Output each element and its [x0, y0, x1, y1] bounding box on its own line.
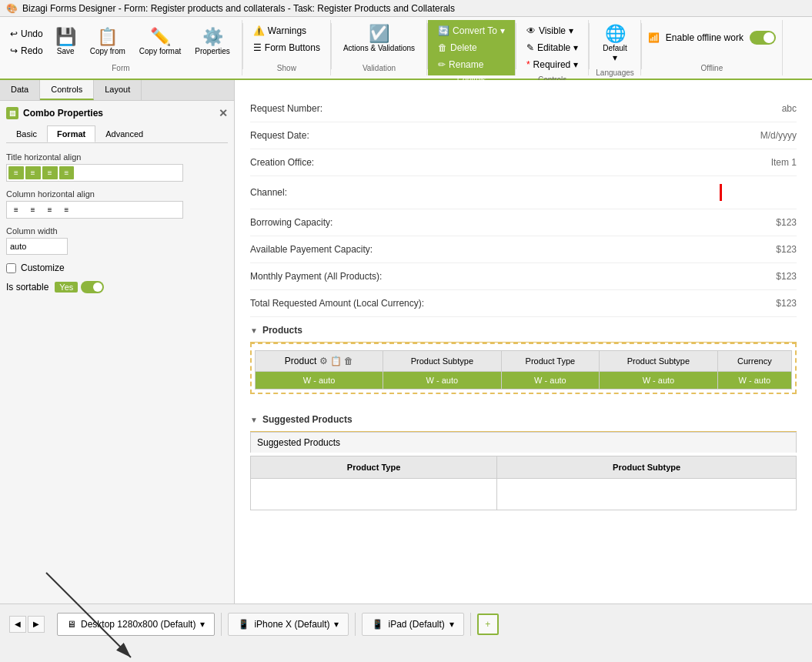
suggested-section-header: ▼ Suggested Products	[250, 406, 797, 432]
copy-from-button[interactable]: 📋 Copy from	[85, 26, 131, 58]
creation-office-value: Item 1	[771, 157, 797, 168]
undo-button[interactable]: ↩ Undo	[6, 26, 47, 42]
title-align-label: Title horizontal align	[6, 152, 228, 162]
editable-button[interactable]: ✎ Editable ▾	[523, 40, 582, 55]
required-icon: *	[526, 59, 530, 70]
device-separator-3	[470, 613, 471, 636]
undo-icon: ↩	[10, 28, 18, 39]
col-align-center-btn[interactable]: ≡	[25, 203, 41, 216]
rename-icon: ✏	[438, 59, 446, 70]
products-chevron-icon: ▼	[250, 326, 258, 335]
actions-validations-button[interactable]: ☑️ Actions & Validations	[338, 23, 420, 55]
device-iphone-button[interactable]: 📱 iPhone X (Default) ▾	[228, 613, 349, 636]
sub-tab-advanced[interactable]: Advanced	[95, 125, 153, 142]
offline-toggle[interactable]	[750, 31, 776, 45]
copy-from-icon: 📋	[97, 28, 118, 45]
request-number-label: Request Number:	[250, 103, 481, 114]
panel-tabs: Data Controls Layout	[0, 80, 234, 101]
yes-toggle: Yes	[55, 281, 104, 293]
product-row-active: W - auto W - auto W - auto W - auto W - …	[256, 372, 792, 390]
product-col-header: Product ⚙ 📋 🗑	[256, 351, 383, 372]
column-align-field: Column horizontal align ≡ ≡ ≡ ≡	[6, 189, 228, 219]
visible-icon: 👁	[526, 25, 536, 36]
default-language-button[interactable]: 🌐 Default ▾	[597, 23, 633, 65]
sub-tab-basic[interactable]: Basic	[6, 125, 47, 142]
add-device-button[interactable]: +	[477, 614, 499, 635]
title-bar-text: Bizagi Forms Designer - Form: Register p…	[22, 3, 455, 14]
copy-icon[interactable]: 📋	[330, 356, 342, 366]
offline-group-label: Offline	[701, 61, 723, 72]
rename-button[interactable]: ✏ Rename	[434, 57, 509, 72]
device-separator-1	[221, 613, 222, 636]
language-icon: 🌐	[605, 25, 626, 42]
tab-data[interactable]: Data	[0, 80, 40, 100]
show-group-label: Show	[277, 61, 296, 72]
table-icons: ⚙ 📋 🗑	[319, 356, 353, 366]
form-buttons: ↩ Undo ↪ Redo 💾 Save 📋 Copy from	[6, 23, 236, 61]
column-width-label: Column width	[6, 226, 228, 236]
annotation-arrow	[31, 557, 185, 662]
suggested-inner-title: Suggested Products	[250, 432, 797, 453]
available-value: $123	[776, 244, 797, 255]
delete-button[interactable]: 🗑 Delete	[434, 40, 509, 55]
form-buttons-button[interactable]: ☰ Form Buttons	[249, 40, 324, 55]
visibility-buttons: 👁 Visible ▾ ✎ Editable ▾ * Required ▾	[523, 23, 582, 72]
required-button[interactable]: * Required ▾	[523, 57, 582, 72]
nav-prev-button[interactable]: ◀	[9, 616, 26, 633]
form-row-creation-office: Creation Office: Item 1	[250, 149, 797, 176]
tab-layout[interactable]: Layout	[94, 80, 142, 100]
request-date-value: M/d/yyyy	[760, 130, 797, 141]
form-row-monthly: Monthly Payment (All Products): $123	[250, 263, 797, 290]
ribbon-group-form: ↩ Undo ↪ Redo 💾 Save 📋 Copy from	[0, 20, 242, 75]
save-button[interactable]: 💾 Save	[50, 26, 82, 58]
col-align-left-btn[interactable]: ≡	[8, 203, 24, 216]
column-align-label: Column horizontal align	[6, 189, 228, 199]
properties-button[interactable]: ⚙️ Properties	[189, 26, 236, 58]
suggested-empty-cell	[251, 479, 497, 510]
column-width-input[interactable]	[6, 238, 68, 255]
borrowing-value: $123	[776, 217, 797, 228]
ipad-chevron-icon: ▾	[449, 619, 454, 630]
desktop-chevron-icon: ▾	[200, 619, 205, 630]
editable-icon: ✎	[526, 42, 534, 53]
ribbon: ↩ Undo ↪ Redo 💾 Save 📋 Copy from	[0, 17, 812, 80]
suggested-header-row: Product Type Product Subtype	[251, 456, 797, 479]
currency-col-header: Currency	[717, 351, 791, 372]
offline-icon: 📶	[648, 32, 660, 43]
creation-office-label: Creation Office:	[250, 157, 481, 168]
customize-checkbox[interactable]	[6, 263, 16, 273]
ribbon-content: ↩ Undo ↪ Redo 💾 Save 📋 Copy from	[0, 17, 812, 79]
tab-controls[interactable]: Controls	[40, 80, 94, 100]
total-label: Total Requested Amount (Local Currency):	[250, 298, 481, 309]
close-button[interactable]: ✕	[219, 107, 228, 119]
request-date-label: Request Date:	[250, 130, 481, 141]
redo-button[interactable]: ↪ Redo	[6, 43, 47, 59]
suggested-empty-cell2	[497, 479, 797, 510]
visible-button[interactable]: 👁 Visible ▾	[523, 23, 582, 38]
ribbon-group-controls: 🔄 Convert To ▾ 🗑 Delete ✏ Rename Control…	[428, 20, 516, 75]
form-group-label: Form	[112, 61, 129, 72]
align-left-btn[interactable]: ≡	[8, 166, 24, 179]
device-ipad-button[interactable]: 📱 iPad (Default) ▾	[362, 613, 463, 636]
form-buttons-icon: ☰	[253, 42, 262, 53]
align-center-btn[interactable]: ≡	[25, 166, 41, 179]
settings-icon[interactable]: ⚙	[319, 356, 328, 366]
available-label: Available Payement Capacity:	[250, 244, 481, 255]
align-justify-btn[interactable]: ≡	[59, 166, 75, 179]
combo-properties-panel: ▤ Combo Properties ✕ Basic Format Advanc…	[0, 101, 234, 603]
col-align-right-btn[interactable]: ≡	[42, 203, 58, 216]
warnings-button[interactable]: ⚠️ Warnings	[249, 23, 324, 38]
combo-header-icon: ▤	[6, 107, 18, 119]
form-row-available: Available Payement Capacity: $123	[250, 236, 797, 263]
product-subtype-col-header: Product Subtype	[383, 351, 502, 372]
sortable-toggle[interactable]	[81, 281, 104, 293]
copy-format-button[interactable]: ✏️ Copy format	[134, 26, 186, 58]
trash-icon[interactable]: 🗑	[344, 356, 353, 366]
sub-tab-format[interactable]: Format	[47, 125, 95, 142]
convert-to-button[interactable]: 🔄 Convert To ▾	[434, 23, 509, 38]
align-right-btn[interactable]: ≡	[42, 166, 58, 179]
title-bar: 🎨 Bizagi Forms Designer - Form: Register…	[0, 0, 812, 17]
col-align-justify-btn[interactable]: ≡	[59, 203, 75, 216]
product-type-col-header: Product Type	[501, 351, 599, 372]
ribbon-group-languages: 🌐 Default ▾ Languages	[590, 20, 641, 75]
